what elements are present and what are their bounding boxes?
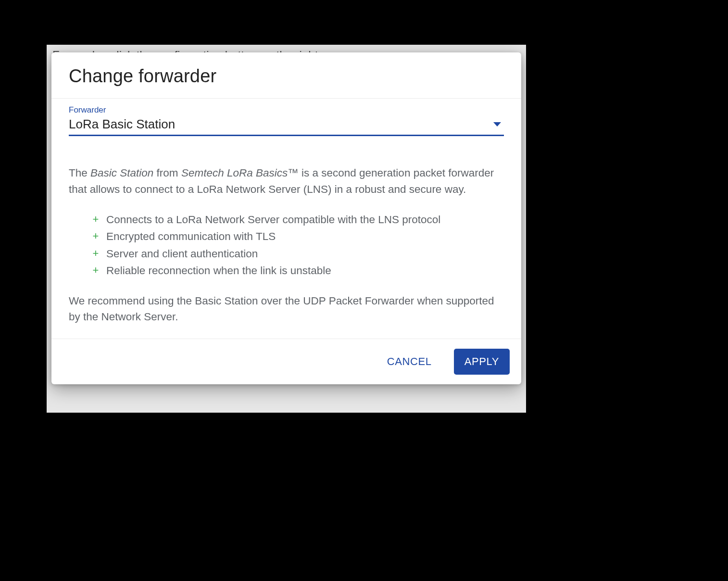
feature-text: Connects to a LoRa Network Server compat… xyxy=(106,211,440,228)
dialog-title: Change forwarder xyxy=(69,66,504,87)
change-forwarder-dialog: Change forwarder Forwarder LoRa Basic St… xyxy=(51,52,521,384)
plus-icon: + xyxy=(92,211,100,228)
feature-item: + Server and client authentication xyxy=(92,245,504,263)
plus-icon: + xyxy=(92,228,100,245)
forwarder-select-value: LoRa Basic Station xyxy=(69,117,175,132)
forwarder-select[interactable]: Forwarder LoRa Basic Station xyxy=(69,105,504,136)
chevron-down-icon xyxy=(493,122,501,126)
feature-list: + Connects to a LoRa Network Server comp… xyxy=(92,211,504,279)
forwarder-select-label: Forwarder xyxy=(69,105,504,115)
feature-item: + Reliable reconnection when the link is… xyxy=(92,262,504,279)
plus-icon: + xyxy=(92,262,100,279)
plus-icon: + xyxy=(92,245,100,262)
cancel-button[interactable]: CANCEL xyxy=(377,349,442,375)
feature-item: + Connects to a LoRa Network Server comp… xyxy=(92,211,504,228)
feature-text: Server and client authentication xyxy=(106,245,258,263)
feature-item: + Encrypted communication with TLS xyxy=(92,228,504,245)
feature-text: Encrypted communication with TLS xyxy=(106,228,276,245)
page-backdrop: Forwarder, click the configuration butto… xyxy=(47,45,526,413)
dialog-body: Forwarder LoRa Basic Station The Basic S… xyxy=(51,99,521,339)
dialog-actions: CANCEL APPLY xyxy=(51,339,521,384)
recommendation-text: We recommend using the Basic Station ove… xyxy=(69,293,504,326)
dialog-header: Change forwarder xyxy=(51,52,521,98)
feature-text: Reliable reconnection when the link is u… xyxy=(106,262,331,279)
apply-button[interactable]: APPLY xyxy=(454,349,510,375)
forwarder-description: The Basic Station from Semtech LoRa Basi… xyxy=(69,165,504,198)
